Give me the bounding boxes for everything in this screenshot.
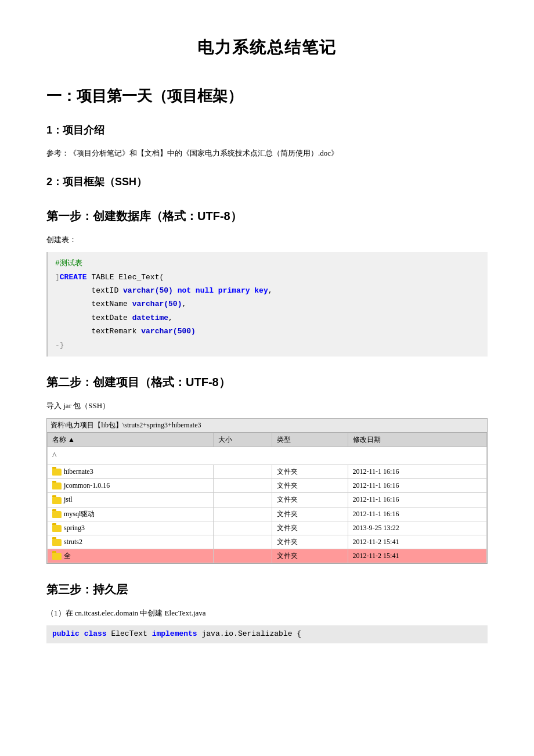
code-textdate: textDate — [55, 314, 132, 322]
step1-heading: 第一步：创建数据库（格式：UTF-8） — [46, 207, 488, 225]
explorer-cell-date-3: 2012-11-1 16:16 — [348, 507, 487, 521]
explorer-cell-size-1 — [214, 479, 272, 493]
explorer-cell-type-0: 文件夹 — [272, 465, 348, 478]
code-close: -} — [55, 341, 64, 350]
explorer-cell-type-3: 文件夹 — [272, 507, 348, 521]
explorer-cell-size-2 — [214, 493, 272, 507]
code-table-kw: TABLE Elec_Text( — [87, 273, 164, 282]
explorer-cell-name-3: mysql驱动 — [48, 507, 214, 521]
code-comment: #测试表 — [55, 259, 82, 268]
explorer-header-row: 名称 ▲ 大小 类型 修改日期 — [48, 433, 487, 447]
folder-icon-6 — [52, 553, 62, 560]
col-name-header: 名称 ▲ — [48, 433, 214, 447]
explorer-row-2[interactable]: jstl文件夹2012-11-1 16:16 — [48, 493, 487, 507]
section1-heading: 一：项目第一天（项目框架） — [46, 84, 488, 109]
reference-text: 参考：《项目分析笔记》和【文档】中的《国家电力系统技术点汇总（简历使用）.doc… — [46, 147, 488, 160]
create-table-label: 创建表： — [46, 233, 488, 246]
col-type-header: 类型 — [272, 433, 348, 447]
explorer-cell-type-1: 文件夹 — [272, 479, 348, 493]
col-size-header: 大小 — [214, 433, 272, 447]
file-explorer: 资料\电力项目【lib包】\struts2+spring3+hibernate3… — [46, 418, 488, 564]
folder-icon-4 — [52, 525, 62, 532]
folder-icon-1 — [52, 483, 62, 489]
explorer-up-cell: ^ — [48, 447, 487, 465]
explorer-cell-name-6: 全 — [48, 549, 214, 563]
explorer-row-0[interactable]: hibernate3文件夹2012-11-1 16:16 — [48, 465, 487, 478]
explorer-cell-size-4 — [214, 521, 272, 535]
code-bracket: ] — [55, 273, 60, 282]
subsection1-heading: 1：项目介绍 — [46, 122, 488, 139]
explorer-row-4[interactable]: spring3文件夹2013-9-25 13:22 — [48, 521, 487, 535]
explorer-row-6[interactable]: 全文件夹2012-11-2 15:41 — [48, 549, 487, 563]
explorer-path: 资料\电力项目【lib包】\struts2+spring3+hibernate3 — [47, 419, 487, 433]
import-label: 导入 jar 包（SSH） — [46, 399, 488, 412]
kw-class: class — [84, 629, 107, 638]
folder-icon-5 — [52, 539, 62, 546]
explorer-cell-name-4: spring3 — [48, 521, 214, 535]
folder-icon-3 — [52, 511, 62, 518]
explorer-cell-size-3 — [214, 507, 272, 521]
code-textname: textName — [55, 300, 132, 308]
explorer-cell-type-5: 文件夹 — [272, 535, 348, 549]
explorer-cell-date-2: 2012-11-1 16:16 — [348, 493, 487, 507]
explorer-cell-name-5: struts2 — [48, 535, 214, 549]
kw-implements: implements — [152, 629, 197, 638]
code-varchar3: varchar(500) — [141, 327, 196, 336]
public-class-code: public class ElecText implements java.io… — [46, 625, 488, 643]
explorer-cell-size-6 — [214, 549, 272, 563]
code-varchar2: varchar(50) — [132, 300, 182, 308]
step3-desc: （1）在 cn.itcast.elec.domain 中创建 ElecText.… — [46, 607, 488, 620]
explorer-cell-type-6: 文件夹 — [272, 549, 348, 563]
code-varchar1: varchar(50) — [123, 286, 173, 295]
explorer-cell-type-2: 文件夹 — [272, 493, 348, 507]
explorer-cell-date-0: 2012-11-1 16:16 — [348, 465, 487, 478]
explorer-cell-size-5 — [214, 535, 272, 549]
folder-icon-2 — [52, 497, 62, 504]
step2-heading: 第二步：创建项目（格式：UTF-8） — [46, 373, 488, 391]
code-create-kw: CREATE — [60, 273, 87, 282]
explorer-table: 名称 ▲ 大小 类型 修改日期 ^hibernate3文件夹2012-11-1 … — [47, 433, 487, 563]
step3-heading: 第三步：持久层 — [46, 580, 488, 599]
code-textremark: textRemark — [55, 327, 141, 336]
explorer-cell-date-1: 2012-11-1 16:16 — [348, 479, 487, 493]
explorer-cell-date-6: 2012-11-2 15:41 — [348, 549, 487, 563]
sql-code-block: #测试表 ]CREATE TABLE Elec_Text( textID var… — [46, 252, 488, 357]
code-datetime: datetime — [132, 314, 168, 322]
explorer-row-1[interactable]: jcommon-1.0.16文件夹2012-11-1 16:16 — [48, 479, 487, 493]
explorer-cell-size-0 — [214, 465, 272, 478]
explorer-cell-name-0: hibernate3 — [48, 465, 214, 478]
kw-public: public — [52, 629, 80, 638]
code-textid: textID — [55, 286, 123, 295]
explorer-cell-name-2: jstl — [48, 493, 214, 507]
explorer-cell-date-4: 2013-9-25 13:22 — [348, 521, 487, 535]
folder-icon-0 — [52, 469, 62, 476]
code-notnull: not null primary key — [173, 286, 268, 295]
explorer-cell-date-5: 2012-11-2 15:41 — [348, 535, 487, 549]
explorer-up-row: ^ — [48, 447, 487, 465]
col-date-header: 修改日期 — [348, 433, 487, 447]
explorer-cell-type-4: 文件夹 — [272, 521, 348, 535]
explorer-row-5[interactable]: struts2文件夹2012-11-2 15:41 — [48, 535, 487, 549]
explorer-cell-name-1: jcommon-1.0.16 — [48, 479, 214, 493]
explorer-row-3[interactable]: mysql驱动文件夹2012-11-1 16:16 — [48, 507, 487, 521]
subsection2-heading: 2：项目框架（SSH） — [46, 174, 488, 190]
main-title: 电力系统总结笔记 — [46, 35, 488, 61]
